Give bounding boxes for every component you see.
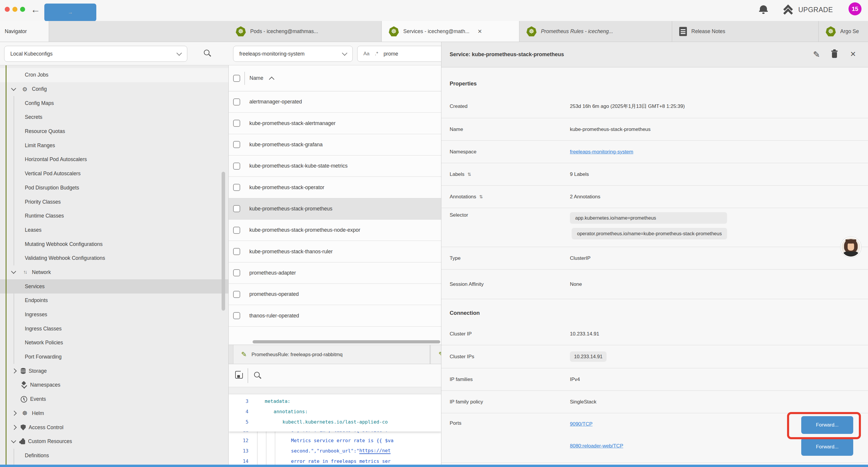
port-link[interactable]: 9090/TCP <box>570 421 593 427</box>
service-row[interactable]: kube-prometheus-stack-thanos-ruler <box>229 241 441 262</box>
forward-button[interactable]: Forward... <box>801 438 853 456</box>
sidebar-tree-item[interactable]: Priority Classes <box>0 195 228 209</box>
tab-label: Release Notes <box>691 28 725 35</box>
notification-count-badge[interactable]: 15 <box>848 2 862 16</box>
sidebar-tree-item[interactable]: Secrets <box>0 110 228 124</box>
service-row[interactable]: kube-prometheus-stack-prometheus-node-ex… <box>229 220 441 241</box>
editor-tab-2[interactable]: ✎ <box>430 345 441 364</box>
sidebar-tree-item[interactable]: Resource Quotas <box>0 124 228 139</box>
service-row[interactable]: kube-prometheus-stack-operator <box>229 177 441 198</box>
horizontal-scrollbar-thumb[interactable] <box>253 340 440 344</box>
tree-chevron-icon[interactable] <box>12 369 21 373</box>
sidebar-tree-item[interactable]: Namespaces <box>0 378 228 392</box>
sidebar-tree-item[interactable]: Config Maps <box>0 96 228 110</box>
row-checkbox[interactable] <box>233 184 240 191</box>
close-window-button[interactable] <box>5 7 10 12</box>
service-row[interactable]: prometheus-operated <box>229 284 441 305</box>
namespace-selector[interactable]: freeleaps-monitoring-system <box>233 46 353 62</box>
edit-icon[interactable]: ✎ <box>813 50 820 59</box>
tab-prometheus-rules[interactable]: ☸ Prometheus Rules - icecheng... <box>519 21 672 42</box>
row-checkbox[interactable] <box>233 163 240 170</box>
service-row[interactable]: prometheus-adapter <box>229 262 441 284</box>
port-link[interactable]: 8080:reloader-web/TCP <box>570 443 623 449</box>
sidebar-tree-item[interactable]: Mutating Webhook Configurations <box>0 237 228 251</box>
sidebar-tree-item[interactable]: Events <box>0 392 228 406</box>
back-arrow-icon[interactable]: ← <box>31 4 40 16</box>
sidebar-tree-item[interactable]: Runtime Classes <box>0 209 228 223</box>
sidebar-scrollbar-thumb[interactable] <box>222 172 225 311</box>
upgrade-label[interactable]: UPGRADE <box>798 6 833 14</box>
tree-chevron-icon[interactable] <box>12 426 21 429</box>
sidebar-tree-item[interactable]: Horizontal Pod Autoscalers <box>0 152 228 167</box>
row-checkbox[interactable] <box>233 269 240 276</box>
row-checkbox[interactable] <box>233 120 240 127</box>
row-checkbox[interactable] <box>233 248 240 255</box>
sidebar-tree-item[interactable]: Access Control <box>0 420 228 435</box>
kubeconfig-selector[interactable]: Local Kubeconfigs <box>4 46 187 62</box>
service-row[interactable]: kube-prometheus-stack-grafana <box>229 134 441 155</box>
tab-argo[interactable]: ☸ Argo Se <box>819 21 868 42</box>
sidebar-tree-item[interactable]: Storage <box>0 364 228 378</box>
notifications-bell-icon[interactable] <box>760 5 767 12</box>
sidebar-tree-item[interactable]: Cron Jobs <box>0 68 228 82</box>
sidebar-tree-item[interactable]: Port Forwarding <box>0 350 228 364</box>
upgrade-chevrons-icon[interactable] <box>783 5 793 16</box>
close-panel-icon[interactable]: × <box>850 49 856 59</box>
expand-updown-icon[interactable]: ⇅ <box>479 194 483 200</box>
user-avatar[interactable] <box>840 237 861 258</box>
tab-pods[interactable]: ☸ Pods - icecheng@mathmas... <box>229 21 382 42</box>
row-checkbox[interactable] <box>233 205 240 212</box>
editor-tab-prometheusrule[interactable]: ✎ PrometheusRule: freeleaps-prod-rabbitm… <box>233 345 430 364</box>
resource-search-input[interactable]: Aa .* prome <box>357 46 446 62</box>
match-case-icon[interactable]: Aa <box>363 51 370 57</box>
close-tab-icon[interactable]: × <box>478 27 482 35</box>
tab-services[interactable]: ☸ Services - icecheng@math... × <box>382 21 519 42</box>
tree-chevron-icon[interactable] <box>12 88 21 90</box>
namespace-link[interactable]: freeleaps-monitoring-system <box>570 149 633 155</box>
save-icon[interactable] <box>235 371 243 379</box>
regex-icon[interactable]: .* <box>375 51 378 57</box>
sort-ascending-icon[interactable] <box>269 77 274 82</box>
tree-chevron-icon[interactable] <box>12 411 21 415</box>
sidebar-search-icon[interactable] <box>204 50 210 55</box>
yaml-editor[interactable]: 11 0","for":"1m","labels":{"service": 12… <box>229 394 441 467</box>
navigator-tab[interactable]: Navigator <box>0 21 49 42</box>
line-number: 4 <box>229 409 248 414</box>
sidebar-tree-item[interactable]: ↑↓ Network <box>0 265 228 280</box>
sidebar-tree-item[interactable]: Network Policies <box>0 336 228 350</box>
sidebar-tree-item[interactable]: Custom Resources <box>0 435 228 449</box>
sidebar-tree-item[interactable]: Ingress Classes <box>0 322 228 336</box>
row-checkbox[interactable] <box>233 312 240 319</box>
minimize-window-button[interactable] <box>12 7 18 12</box>
sidebar-tree-item[interactable]: Leases <box>0 223 228 237</box>
expand-updown-icon[interactable]: ⇅ <box>467 172 471 177</box>
sidebar-tree-item[interactable]: Limit Ranges <box>0 138 228 152</box>
code-link[interactable]: https://net <box>359 448 391 454</box>
delete-icon[interactable] <box>832 52 837 58</box>
sidebar-tree-item[interactable]: Endpoints <box>0 293 228 308</box>
sidebar-tree-item[interactable]: Pod Disruption Budgets <box>0 181 228 195</box>
select-all-checkbox[interactable] <box>233 75 240 82</box>
sidebar-tree-item[interactable]: Vertical Pod Autoscalers <box>0 167 228 181</box>
service-row[interactable]: thanos-ruler-operated <box>229 305 441 326</box>
row-checkbox[interactable] <box>233 98 240 106</box>
editor-search-icon[interactable] <box>254 372 260 377</box>
row-checkbox[interactable] <box>233 291 240 298</box>
sidebar-tree-item[interactable]: ☸ Helm <box>0 406 228 420</box>
sidebar-tree-item[interactable]: Ingresses <box>0 308 228 322</box>
tab-release-notes[interactable]: Release Notes <box>672 21 819 42</box>
sidebar-tree-item[interactable]: ⚙ Config <box>0 82 228 96</box>
row-checkbox[interactable] <box>233 227 240 234</box>
service-row[interactable]: kube-prometheus-stack-prometheus <box>229 198 441 220</box>
sidebar-tree-item[interactable]: Definitions <box>0 449 228 463</box>
service-row[interactable]: kube-prometheus-stack-alertmanager <box>229 113 441 134</box>
zoom-window-button[interactable] <box>20 7 25 12</box>
name-column-header[interactable]: Name <box>250 75 264 81</box>
service-row[interactable]: alertmanager-operated <box>229 91 441 113</box>
document-icon <box>679 27 687 36</box>
service-row[interactable]: kube-prometheus-stack-kube-state-metrics <box>229 155 441 177</box>
sidebar-tree-item[interactable]: Validating Webhook Configurations <box>0 251 228 265</box>
tree-chevron-icon[interactable] <box>12 271 21 273</box>
row-checkbox[interactable] <box>233 141 240 148</box>
sidebar-tree-item[interactable]: Services <box>0 279 228 293</box>
